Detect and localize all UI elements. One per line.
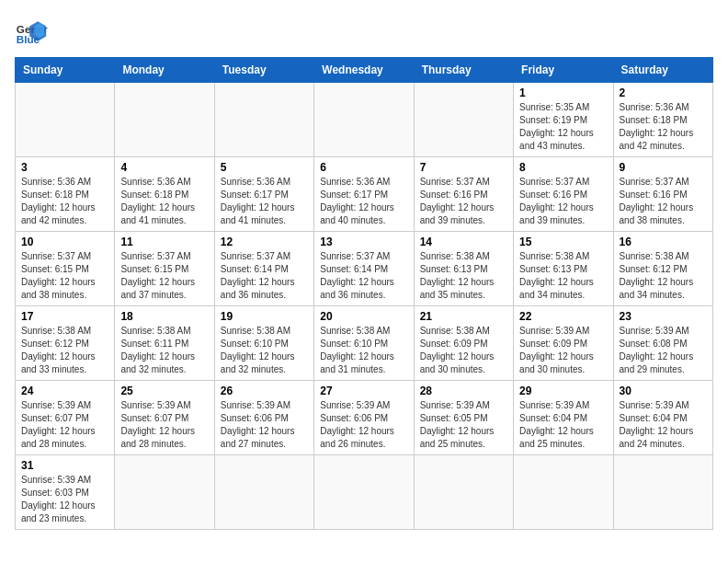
week-row-4: 17Sunrise: 5:38 AM Sunset: 6:12 PM Dayli… (16, 306, 713, 381)
day-number: 14 (420, 236, 507, 248)
day-info: Sunrise: 5:37 AM Sunset: 6:15 PM Dayligh… (21, 250, 108, 302)
day-info: Sunrise: 5:39 AM Sunset: 6:03 PM Dayligh… (21, 474, 108, 525)
day-info: Sunrise: 5:39 AM Sunset: 6:08 PM Dayligh… (620, 325, 707, 376)
day-info: Sunrise: 5:39 AM Sunset: 6:04 PM Dayligh… (519, 399, 607, 451)
day-info: Sunrise: 5:36 AM Sunset: 6:17 PM Dayligh… (320, 176, 407, 227)
day-number: 3 (21, 161, 108, 174)
calendar-cell (414, 455, 513, 530)
calendar-cell: 10Sunrise: 5:37 AM Sunset: 6:15 PM Dayli… (16, 232, 115, 306)
day-info: Sunrise: 5:37 AM Sunset: 6:14 PM Dayligh… (221, 250, 308, 302)
calendar-cell: 14Sunrise: 5:38 AM Sunset: 6:13 PM Dayli… (414, 232, 513, 306)
calendar-cell: 31Sunrise: 5:39 AM Sunset: 6:03 PM Dayli… (16, 455, 115, 530)
day-info: Sunrise: 5:36 AM Sunset: 6:18 PM Dayligh… (21, 176, 108, 227)
day-info: Sunrise: 5:37 AM Sunset: 6:15 PM Dayligh… (120, 250, 208, 302)
page-header: General Blue (15, 15, 713, 48)
day-number: 25 (120, 385, 208, 397)
day-number: 27 (320, 385, 407, 397)
calendar-cell: 12Sunrise: 5:37 AM Sunset: 6:14 PM Dayli… (214, 232, 313, 306)
day-number: 6 (320, 161, 407, 174)
calendar-cell: 5Sunrise: 5:36 AM Sunset: 6:17 PM Daylig… (214, 157, 313, 232)
calendar-cell (613, 455, 712, 530)
day-info: Sunrise: 5:39 AM Sunset: 6:07 PM Dayligh… (21, 399, 108, 451)
day-number: 8 (519, 161, 607, 174)
day-number: 2 (620, 86, 707, 99)
calendar-cell (115, 83, 214, 157)
day-info: Sunrise: 5:37 AM Sunset: 6:14 PM Dayligh… (320, 250, 407, 302)
day-number: 26 (221, 385, 308, 397)
calendar-cell: 19Sunrise: 5:38 AM Sunset: 6:10 PM Dayli… (214, 306, 313, 381)
day-number: 1 (519, 86, 607, 99)
calendar-cell (414, 83, 513, 157)
day-number: 30 (620, 385, 707, 397)
calendar-cell: 15Sunrise: 5:38 AM Sunset: 6:13 PM Dayli… (514, 232, 613, 306)
day-info: Sunrise: 5:38 AM Sunset: 6:12 PM Dayligh… (620, 250, 707, 302)
day-info: Sunrise: 5:38 AM Sunset: 6:12 PM Dayligh… (21, 325, 108, 376)
day-info: Sunrise: 5:39 AM Sunset: 6:06 PM Dayligh… (320, 399, 407, 451)
day-header-friday: Friday (514, 58, 613, 83)
day-number: 9 (620, 161, 707, 174)
calendar-cell: 11Sunrise: 5:37 AM Sunset: 6:15 PM Dayli… (115, 232, 214, 306)
day-info: Sunrise: 5:38 AM Sunset: 6:10 PM Dayligh… (320, 325, 407, 376)
day-info: Sunrise: 5:39 AM Sunset: 6:05 PM Dayligh… (420, 399, 507, 451)
calendar-cell: 29Sunrise: 5:39 AM Sunset: 6:04 PM Dayli… (514, 381, 613, 455)
calendar-cell: 6Sunrise: 5:36 AM Sunset: 6:17 PM Daylig… (314, 157, 414, 232)
week-row-3: 10Sunrise: 5:37 AM Sunset: 6:15 PM Dayli… (16, 232, 713, 306)
day-number: 17 (21, 310, 108, 323)
day-header-thursday: Thursday (414, 58, 513, 83)
day-info: Sunrise: 5:38 AM Sunset: 6:11 PM Dayligh… (120, 325, 208, 376)
calendar-cell: 23Sunrise: 5:39 AM Sunset: 6:08 PM Dayli… (613, 306, 712, 381)
day-info: Sunrise: 5:37 AM Sunset: 6:16 PM Dayligh… (519, 176, 607, 227)
day-info: Sunrise: 5:39 AM Sunset: 6:06 PM Dayligh… (221, 399, 308, 451)
day-number: 28 (420, 385, 507, 397)
day-number: 5 (221, 161, 308, 174)
calendar-cell: 2Sunrise: 5:36 AM Sunset: 6:18 PM Daylig… (613, 83, 712, 157)
calendar-cell: 21Sunrise: 5:38 AM Sunset: 6:09 PM Dayli… (414, 306, 513, 381)
calendar-cell (314, 83, 414, 157)
calendar-table: SundayMondayTuesdayWednesdayThursdayFrid… (15, 57, 713, 530)
calendar-cell (214, 83, 313, 157)
calendar-cell: 7Sunrise: 5:37 AM Sunset: 6:16 PM Daylig… (414, 157, 513, 232)
day-info: Sunrise: 5:38 AM Sunset: 6:09 PM Dayligh… (420, 325, 507, 376)
logo: General Blue (15, 15, 48, 48)
day-number: 13 (320, 236, 407, 248)
calendar-cell: 30Sunrise: 5:39 AM Sunset: 6:04 PM Dayli… (613, 381, 712, 455)
calendar-cell: 4Sunrise: 5:36 AM Sunset: 6:18 PM Daylig… (115, 157, 214, 232)
day-number: 7 (420, 161, 507, 174)
day-info: Sunrise: 5:36 AM Sunset: 6:17 PM Dayligh… (221, 176, 308, 227)
day-header-wednesday: Wednesday (314, 58, 414, 83)
logo-icon: General Blue (15, 15, 48, 48)
day-header-tuesday: Tuesday (214, 58, 313, 83)
day-number: 15 (519, 236, 607, 248)
calendar-cell: 25Sunrise: 5:39 AM Sunset: 6:07 PM Dayli… (115, 381, 214, 455)
day-number: 20 (320, 310, 407, 323)
calendar-cell: 17Sunrise: 5:38 AM Sunset: 6:12 PM Dayli… (16, 306, 115, 381)
day-number: 19 (221, 310, 308, 323)
calendar-cell: 9Sunrise: 5:37 AM Sunset: 6:16 PM Daylig… (613, 157, 712, 232)
day-info: Sunrise: 5:36 AM Sunset: 6:18 PM Dayligh… (120, 176, 208, 227)
calendar-cell: 18Sunrise: 5:38 AM Sunset: 6:11 PM Dayli… (115, 306, 214, 381)
calendar-cell: 22Sunrise: 5:39 AM Sunset: 6:09 PM Dayli… (514, 306, 613, 381)
day-header-saturday: Saturday (613, 58, 712, 83)
day-number: 11 (120, 236, 208, 248)
day-info: Sunrise: 5:37 AM Sunset: 6:16 PM Dayligh… (620, 176, 707, 227)
day-info: Sunrise: 5:39 AM Sunset: 6:09 PM Dayligh… (519, 325, 607, 376)
week-row-6: 31Sunrise: 5:39 AM Sunset: 6:03 PM Dayli… (16, 455, 713, 530)
day-number: 4 (120, 161, 208, 174)
day-info: Sunrise: 5:35 AM Sunset: 6:19 PM Dayligh… (519, 101, 607, 153)
calendar-cell: 3Sunrise: 5:36 AM Sunset: 6:18 PM Daylig… (16, 157, 115, 232)
calendar-cell: 27Sunrise: 5:39 AM Sunset: 6:06 PM Dayli… (314, 381, 414, 455)
day-number: 21 (420, 310, 507, 323)
day-info: Sunrise: 5:39 AM Sunset: 6:04 PM Dayligh… (620, 399, 707, 451)
day-number: 29 (519, 385, 607, 397)
day-info: Sunrise: 5:38 AM Sunset: 6:10 PM Dayligh… (221, 325, 308, 376)
day-number: 22 (519, 310, 607, 323)
day-number: 24 (21, 385, 108, 397)
calendar-cell: 26Sunrise: 5:39 AM Sunset: 6:06 PM Dayli… (214, 381, 313, 455)
day-number: 10 (21, 236, 108, 248)
calendar-cell: 8Sunrise: 5:37 AM Sunset: 6:16 PM Daylig… (514, 157, 613, 232)
week-row-5: 24Sunrise: 5:39 AM Sunset: 6:07 PM Dayli… (16, 381, 713, 455)
calendar-cell: 13Sunrise: 5:37 AM Sunset: 6:14 PM Dayli… (314, 232, 414, 306)
day-number: 31 (21, 459, 108, 472)
day-info: Sunrise: 5:38 AM Sunset: 6:13 PM Dayligh… (519, 250, 607, 302)
day-number: 18 (120, 310, 208, 323)
